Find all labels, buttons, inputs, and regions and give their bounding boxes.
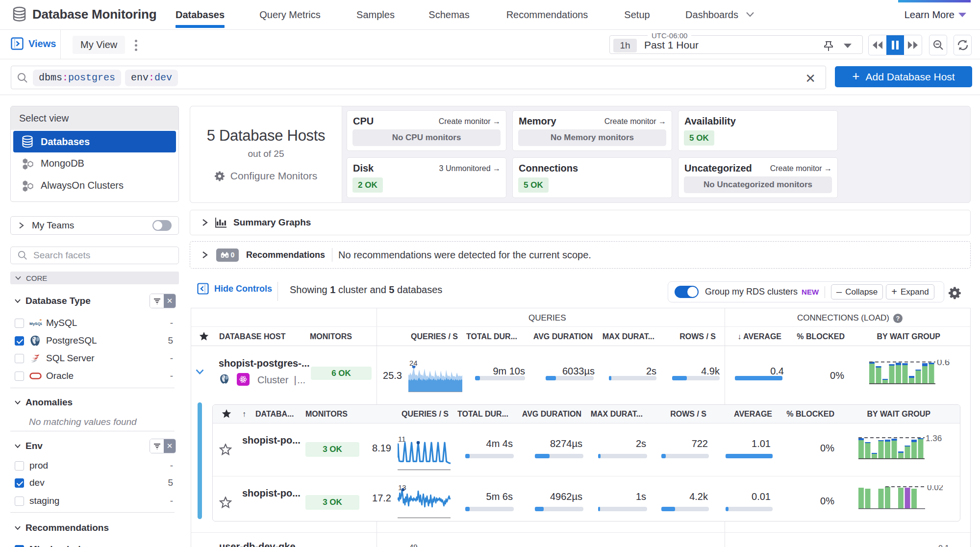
svg-text:0.6: 0.6 xyxy=(937,360,950,367)
svg-text:0.02: 0.02 xyxy=(927,485,943,492)
svg-text:1.36: 1.36 xyxy=(926,435,942,443)
svg-text:MySQL: MySQL xyxy=(29,322,42,326)
